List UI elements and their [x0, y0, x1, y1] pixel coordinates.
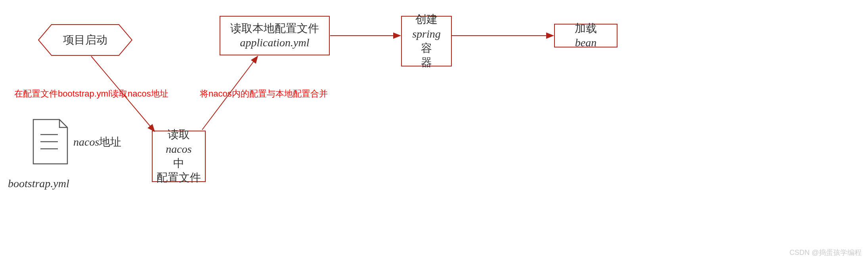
read-local-l2: application.yml — [240, 36, 310, 50]
read-nacos-l1: 读取 — [168, 127, 190, 142]
load-bean-text: 加载bean — [575, 21, 597, 50]
spring-node: 创建 spring容 器 — [401, 16, 452, 66]
document-icon — [33, 119, 68, 166]
annotation-left: 在配置文件bootstrap.yml读取nacos地址 — [14, 88, 168, 100]
read-nacos-l3: 配置文件 — [157, 171, 201, 185]
read-nacos-node: 读取 nacos中 配置文件 — [152, 131, 206, 182]
spring-l1: 创建 — [415, 12, 438, 27]
read-local-node: 读取本地配置文件 application.yml — [220, 16, 330, 55]
read-nacos-l2: nacos中 — [166, 142, 191, 171]
doc-label: nacos地址 — [73, 135, 121, 150]
file-label: bootstrap.yml — [8, 177, 69, 190]
load-bean-node: 加载bean — [554, 24, 618, 47]
start-label: 项目启动 — [63, 32, 107, 47]
read-local-l1: 读取本地配置文件 — [230, 21, 319, 36]
spring-l2: spring容 — [412, 27, 441, 56]
annotation-right: 将nacos内的配置与本地配置合并 — [200, 88, 328, 100]
watermark: CSDN @捣蛋孩学编程 — [790, 248, 862, 257]
spring-l3: 器 — [421, 55, 432, 70]
start-node: 项目启动 — [38, 24, 133, 56]
